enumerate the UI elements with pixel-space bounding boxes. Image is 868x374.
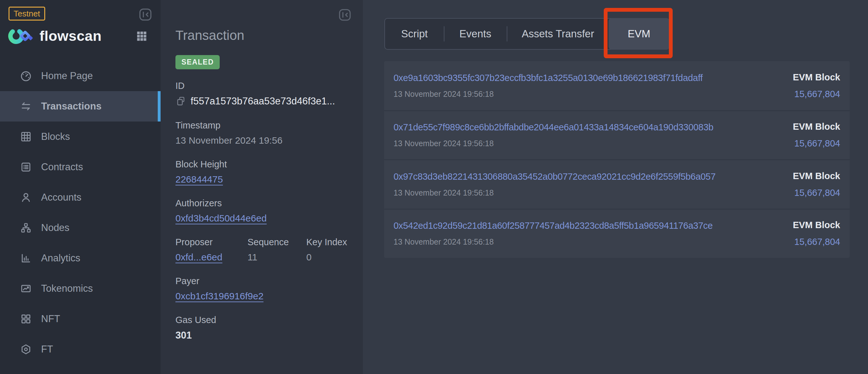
sequence-label: Sequence bbox=[248, 237, 306, 248]
evm-tx-hash-link[interactable]: 0x97c83d3eb8221431306880a35452a0b0772cec… bbox=[394, 172, 716, 182]
sidebar-item-contracts[interactable]: Contracts bbox=[0, 152, 161, 182]
evm-tx-timestamp: 13 November 2024 19:56:18 bbox=[394, 90, 703, 99]
tab-bar: Script Events Assets Transfer EVM bbox=[384, 18, 670, 50]
timestamp-label: Timestamp bbox=[176, 120, 350, 131]
gauge-icon bbox=[20, 69, 32, 82]
evm-tx-hash-link[interactable]: 0xe9a1603bc9355fc307b23eccfb3bfc1a3255a0… bbox=[394, 73, 703, 83]
person-icon bbox=[20, 191, 32, 204]
evm-tx-timestamp: 13 November 2024 19:56:18 bbox=[394, 139, 713, 148]
line-chart-icon bbox=[20, 282, 32, 295]
brand-title: flowscan bbox=[39, 28, 102, 44]
sidebar-item-blocks[interactable]: Blocks bbox=[0, 121, 161, 152]
evm-tx-hash-link[interactable]: 0x71de55c7f989c8ce6bb2bffabdbe2044ee6a01… bbox=[394, 122, 713, 133]
tab-script[interactable]: Script bbox=[385, 19, 444, 49]
evm-transaction-row: 0x542ed1c92d59c21d81a60f258777457ad4b232… bbox=[384, 209, 850, 258]
transaction-panel: Transaction SEALED ID f557a1573b76aa53e7… bbox=[161, 0, 363, 374]
authorizers-label: Authorizers bbox=[176, 198, 350, 208]
evm-block-number-link[interactable]: 15,667,804 bbox=[793, 237, 840, 247]
sidebar-item-analytics[interactable]: Analytics bbox=[0, 243, 161, 274]
sidebar-item-label: Contracts bbox=[41, 162, 83, 173]
sidebar-item-nft[interactable]: NFT bbox=[0, 304, 161, 334]
sidebar-item-accounts[interactable]: Accounts bbox=[0, 182, 161, 212]
sequence-value: 11 bbox=[248, 252, 306, 263]
evm-tx-hash-link[interactable]: 0x542ed1c92d59c21d81a60f258777457ad4b232… bbox=[394, 221, 713, 231]
field-id: ID f557a1573b76aa53e73d46f3e1... bbox=[176, 81, 350, 107]
main-content: Script Events Assets Transfer EVM 0xe9a1… bbox=[363, 0, 868, 374]
evm-block-label: EVM Block bbox=[793, 171, 840, 181]
evm-block-number-link[interactable]: 15,667,804 bbox=[793, 138, 840, 149]
network-badge: Testnet bbox=[8, 7, 45, 21]
sidebar-item-nodes[interactable]: Nodes bbox=[0, 212, 161, 243]
sidebar-item-transactions[interactable]: Transactions bbox=[0, 91, 161, 121]
id-label: ID bbox=[176, 81, 350, 91]
sidebar-nav: Home Page Transactions bbox=[0, 61, 161, 365]
sidebar-item-label: Blocks bbox=[41, 131, 70, 142]
evm-block-label: EVM Block bbox=[793, 121, 840, 132]
gas-used-value: 301 bbox=[176, 330, 350, 341]
swap-arrows-icon bbox=[20, 100, 32, 113]
evm-transactions-list: 0xe9a1603bc9355fc307b23eccfb3bfc1a3255a0… bbox=[384, 61, 850, 258]
sidebar-item-ft[interactable]: FT bbox=[0, 334, 161, 365]
block-height-link[interactable]: 226844475 bbox=[176, 174, 223, 184]
sidebar-item-label: Nodes bbox=[41, 222, 69, 233]
apps-grid-button[interactable] bbox=[135, 30, 148, 42]
payer-label: Payer bbox=[176, 276, 350, 286]
authorizer-address-link[interactable]: 0xfd3b4cd50d44e6ed bbox=[176, 213, 267, 223]
brand-row: flowscan bbox=[8, 24, 148, 48]
copy-button[interactable] bbox=[176, 96, 186, 107]
field-payer: Payer 0xcb1cf3196916f9e2 bbox=[176, 276, 350, 301]
field-block-height: Block Height 226844475 bbox=[176, 159, 350, 185]
token-cube-icon bbox=[20, 343, 32, 356]
evm-transaction-row: 0x97c83d3eb8221431306880a35452a0b0772cec… bbox=[384, 160, 850, 209]
field-timestamp: Timestamp 13 November 2024 19:56 bbox=[176, 120, 350, 146]
sidebar-item-label: FT bbox=[41, 344, 53, 355]
timestamp-value: 13 November 2024 19:56 bbox=[176, 135, 350, 146]
status-badge: SEALED bbox=[176, 55, 220, 69]
gas-used-label: Gas Used bbox=[176, 315, 350, 325]
sidebar-item-label: Accounts bbox=[41, 192, 82, 203]
evm-tx-timestamp: 13 November 2024 19:56:18 bbox=[394, 188, 716, 197]
tab-evm[interactable]: EVM bbox=[609, 18, 670, 50]
sidebar-item-label: Transactions bbox=[41, 100, 101, 112]
grid-table-icon bbox=[20, 131, 32, 143]
evm-block-number-link[interactable]: 15,667,804 bbox=[793, 188, 840, 198]
evm-tx-timestamp: 13 November 2024 19:56:18 bbox=[394, 237, 713, 247]
payer-address-link[interactable]: 0xcb1cf3196916f9e2 bbox=[176, 291, 264, 301]
copy-icon bbox=[176, 96, 186, 107]
field-proposer-row: Proposer 0xfd...e6ed Sequence 11 Key Ind… bbox=[176, 237, 350, 263]
tab-events[interactable]: Events bbox=[444, 19, 507, 49]
flowscan-logo-icon[interactable] bbox=[8, 25, 34, 48]
evm-block-number-link[interactable]: 15,667,804 bbox=[793, 89, 840, 99]
block-height-label: Block Height bbox=[176, 159, 350, 170]
org-chart-icon bbox=[20, 222, 32, 234]
sidebar-collapse-button[interactable] bbox=[137, 6, 154, 23]
field-authorizers: Authorizers 0xfd3b4cd50d44e6ed bbox=[176, 198, 350, 224]
bar-chart-icon bbox=[20, 252, 32, 264]
proposer-address-link[interactable]: 0xfd...e6ed bbox=[176, 252, 222, 262]
sidebar-item-tokenomics[interactable]: Tokenomics bbox=[0, 274, 161, 304]
page-title: Transaction bbox=[176, 28, 350, 43]
sidebar-item-label: NFT bbox=[41, 313, 60, 325]
collapse-panel-icon bbox=[337, 7, 353, 23]
evm-transaction-row: 0xe9a1603bc9355fc307b23eccfb3bfc1a3255a0… bbox=[384, 61, 850, 110]
collapse-panel-icon bbox=[137, 6, 154, 23]
proposer-label: Proposer bbox=[176, 237, 248, 248]
sidebar-item-label: Tokenomics bbox=[41, 283, 93, 294]
sidebar-item-label: Analytics bbox=[41, 253, 80, 264]
flowscan-app: Testnet bbox=[0, 0, 868, 374]
sidebar-item-label: Home Page bbox=[41, 70, 93, 82]
sidebar-item-home-page[interactable]: Home Page bbox=[0, 61, 161, 91]
tab-assets-transfer[interactable]: Assets Transfer bbox=[507, 19, 609, 49]
apps-grid-icon bbox=[135, 30, 148, 42]
sidebar: Testnet bbox=[0, 0, 161, 374]
transaction-id-value: f557a1573b76aa53e73d46f3e1... bbox=[191, 95, 335, 107]
key-index-label: Key Index bbox=[306, 237, 347, 248]
key-index-value: 0 bbox=[306, 252, 347, 263]
evm-block-label: EVM Block bbox=[793, 72, 840, 83]
document-list-icon bbox=[20, 161, 32, 173]
panel-collapse-button[interactable] bbox=[337, 7, 353, 23]
field-gas-used: Gas Used 301 bbox=[176, 315, 350, 341]
evm-block-label: EVM Block bbox=[793, 220, 840, 230]
evm-transaction-row: 0x71de55c7f989c8ce6bb2bffabdbe2044ee6a01… bbox=[384, 110, 850, 160]
four-squares-icon bbox=[20, 313, 32, 325]
